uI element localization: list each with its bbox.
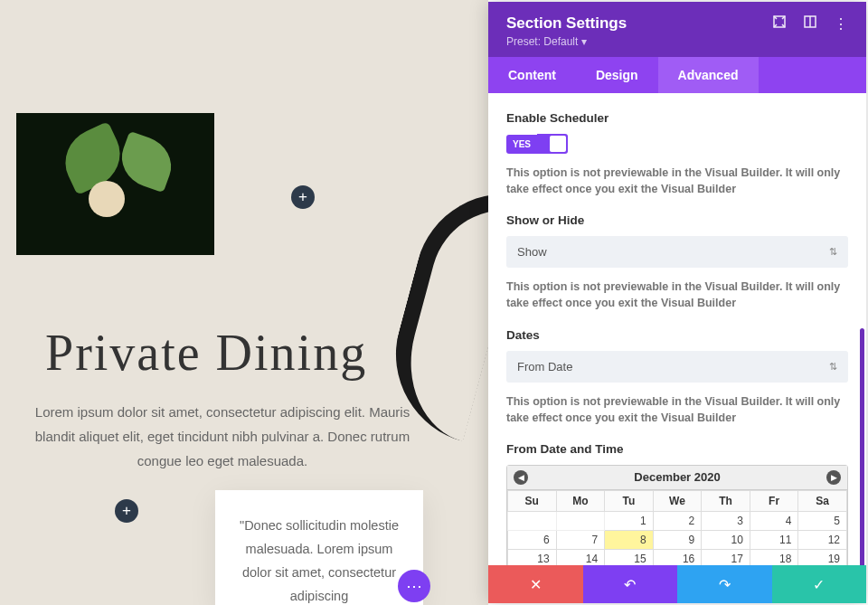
calendar-day[interactable]: 5 [798, 511, 847, 530]
calendar-day[interactable]: 12 [798, 530, 847, 549]
calendar-dow: Mo [556, 490, 605, 511]
dates-help: This option is not previewable in the Vi… [506, 393, 848, 426]
redo-icon: ↷ [719, 576, 731, 593]
redo-button[interactable]: ↷ [677, 565, 772, 603]
kebab-menu-icon[interactable]: ⋮ [834, 15, 848, 33]
updown-icon: ⇅ [829, 246, 837, 258]
hero-image [16, 113, 214, 255]
show-or-hide-label: Show or Hide [506, 213, 848, 227]
add-row-button[interactable]: + [115, 499, 138, 523]
calendar-dow: Sa [798, 490, 847, 511]
close-icon: ✕ [530, 576, 542, 593]
calendar-day[interactable]: 1 [605, 511, 654, 530]
show-or-hide-select[interactable]: Show ⇅ [506, 236, 848, 268]
calendar-day[interactable]: 11 [750, 530, 798, 549]
prev-month-button[interactable]: ◀ [514, 470, 528, 485]
panel-title: Section Settings [506, 14, 627, 33]
calendar-day[interactable]: 7 [556, 530, 605, 549]
calendar-day[interactable]: 6 [508, 530, 557, 549]
calendar-dow: Su [508, 490, 557, 511]
close-button[interactable]: ✕ [488, 565, 583, 603]
dates-label: Dates [506, 328, 848, 342]
scheduler-help: This option is not previewable in the Vi… [506, 165, 848, 197]
expand-icon[interactable] [772, 14, 787, 33]
section-settings-panel: Section Settings ⋮ Preset: Default ▾ Con… [488, 2, 866, 603]
toggle-track [537, 134, 568, 154]
calendar-day[interactable]: 3 [702, 511, 750, 530]
tab-design[interactable]: Design [576, 57, 658, 93]
calendar-grid: SuMoTuWeThFrSa 1234567891011121314151617… [507, 490, 847, 565]
calendar-day[interactable]: 18 [750, 549, 798, 565]
calendar-day [556, 511, 605, 530]
select-value: Show [517, 245, 547, 259]
page-body-text: Lorem ipsum dolor sit amet, consectetur … [33, 400, 412, 473]
more-icon: ⋯ [406, 576, 422, 596]
add-section-button[interactable]: + [291, 185, 315, 209]
scrollbar[interactable] [860, 328, 864, 565]
calendar-dow: Tu [605, 490, 654, 511]
chevron-down-icon: ▾ [581, 35, 587, 48]
enable-scheduler-toggle[interactable]: YES [506, 134, 568, 154]
check-icon: ✓ [813, 576, 825, 593]
from-date-time-label: From Date and Time [506, 442, 848, 456]
toggle-knob [550, 136, 566, 152]
calendar-day[interactable]: 15 [605, 549, 654, 565]
updown-icon: ⇅ [829, 361, 837, 373]
panel-footer: ✕ ↶ ↷ ✓ [488, 565, 866, 603]
show-help: This option is not previewable in the Vi… [506, 279, 848, 311]
responsive-icon[interactable] [803, 14, 817, 33]
calendar-day[interactable]: 17 [702, 549, 750, 565]
more-options-fab[interactable]: ⋯ [398, 570, 430, 602]
leaf-decoration [54, 121, 130, 195]
calendar-day[interactable]: 4 [750, 511, 798, 530]
card-text: "Donec sollicitudin molestie malesuada. … [240, 518, 399, 603]
page-preview: + Private Dining Lorem ipsum dolor sit a… [0, 0, 488, 605]
food-decoration [89, 181, 125, 217]
next-month-button[interactable]: ▶ [826, 470, 841, 485]
tab-advanced[interactable]: Advanced [658, 57, 759, 93]
calendar-day[interactable]: 2 [653, 511, 702, 530]
calendar-day[interactable]: 16 [653, 549, 702, 565]
calendar-day[interactable]: 13 [508, 549, 557, 565]
panel-body: Enable Scheduler YES This option is not … [488, 93, 866, 565]
settings-tabs: Content Design Advanced [488, 57, 866, 93]
calendar-day[interactable]: 9 [653, 530, 702, 549]
leaf-decoration [114, 131, 179, 194]
calendar-day[interactable]: 8 [605, 530, 654, 549]
calendar-dow: We [653, 490, 702, 511]
save-button[interactable]: ✓ [772, 565, 867, 603]
select-value: From Date [517, 360, 572, 373]
preset-label[interactable]: Preset: Default ▾ [506, 35, 848, 48]
page-heading: Private Dining [45, 324, 367, 382]
enable-scheduler-label: Enable Scheduler [506, 111, 848, 125]
calendar-day [508, 511, 557, 530]
calendar-day[interactable]: 10 [702, 530, 750, 549]
calendar-month: December 2020 [634, 470, 720, 484]
tab-content[interactable]: Content [488, 57, 576, 93]
calendar-dow: Fr [750, 490, 798, 511]
calendar-day[interactable]: 14 [556, 549, 605, 565]
calendar-day[interactable]: 19 [798, 549, 847, 565]
calendar-dow: Th [702, 490, 750, 511]
panel-header: Section Settings ⋮ Preset: Default ▾ [488, 2, 866, 57]
undo-icon: ↶ [624, 576, 636, 593]
toggle-yes-label: YES [506, 135, 537, 154]
dates-select[interactable]: From Date ⇅ [506, 351, 848, 383]
testimonial-card: "Donec sollicitudin molestie malesuada. … [215, 490, 423, 605]
calendar: ◀ December 2020 ▶ SuMoTuWeThFrSa 1234567… [506, 465, 848, 565]
undo-button[interactable]: ↶ [583, 565, 678, 603]
